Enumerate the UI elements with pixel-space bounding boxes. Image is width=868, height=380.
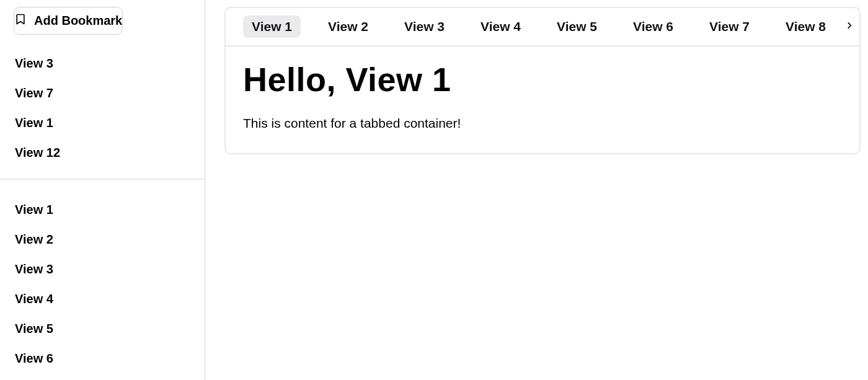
tabbar: View 1 View 2 View 3 View 4 View 5 (226, 8, 859, 45)
sidebar-item-label: View 12 (15, 146, 60, 159)
tab-view-8[interactable]: View 8 (777, 15, 835, 38)
main-area: View 1 View 2 View 3 View 4 View 5 (206, 0, 868, 380)
tab-label: View 3 (404, 19, 445, 33)
tab-label: View 6 (633, 19, 673, 33)
chevron-right-icon (845, 19, 854, 34)
bookmark-icon (14, 12, 27, 30)
sidebar-item[interactable]: View 3 (0, 254, 205, 284)
tab-view-6[interactable]: View 6 (624, 15, 682, 38)
sidebar-item[interactable]: View 1 (0, 195, 205, 224)
sidebar: Add Bookmark View 3 View 7 View 1 View 1… (0, 0, 206, 380)
tab-view-3[interactable]: View 3 (396, 15, 453, 38)
sidebar-item-label: View 4 (15, 292, 53, 306)
sidebar-item-label: View 5 (15, 322, 53, 335)
tab-label: View 2 (328, 19, 368, 33)
sidebar-item[interactable]: View 3 (0, 48, 205, 78)
sidebar-item[interactable]: View 12 (0, 138, 205, 167)
sidebar-item[interactable]: View 7 (0, 373, 205, 380)
sidebar-item[interactable]: View 1 (0, 108, 205, 138)
tab-view-5[interactable]: View 5 (548, 15, 606, 38)
content-body: This is content for a tabbed container! (243, 116, 842, 131)
sidebar-bookmarks-section: View 3 View 7 View 1 View 12 (0, 35, 205, 180)
sidebar-item[interactable]: View 7 (0, 78, 205, 108)
sidebar-item-label: View 3 (15, 262, 53, 276)
add-bookmark-button[interactable]: Add Bookmark (14, 7, 123, 35)
sidebar-item[interactable]: View 4 (0, 284, 205, 314)
tab-label: View 7 (709, 19, 750, 33)
tab-label: View 5 (557, 19, 597, 33)
sidebar-item-label: View 2 (15, 232, 53, 246)
add-bookmark-label: Add Bookmark (34, 14, 122, 28)
tab-view-1[interactable]: View 1 (243, 15, 301, 38)
sidebar-item[interactable]: View 6 (0, 343, 205, 373)
tab-content: Hello, View 1 This is content for a tabb… (226, 46, 859, 153)
tab-label: View 4 (480, 19, 521, 33)
tabbar-wrap: View 1 View 2 View 3 View 4 View 5 (226, 8, 859, 46)
tab-container: View 1 View 2 View 3 View 4 View 5 (224, 7, 861, 154)
content-heading: Hello, View 1 (243, 60, 842, 99)
sidebar-item-label: View 6 (15, 351, 53, 365)
sidebar-item-label: View 1 (15, 203, 53, 216)
sidebar-item-label: View 3 (15, 56, 53, 70)
tab-label: View 1 (252, 19, 292, 33)
tab-view-4[interactable]: View 4 (472, 15, 529, 38)
tab-scroll-right-button[interactable] (843, 16, 856, 37)
sidebar-item[interactable]: View 2 (0, 224, 205, 254)
app-root: Add Bookmark View 3 View 7 View 1 View 1… (0, 0, 868, 380)
tab-view-7[interactable]: View 7 (701, 15, 758, 38)
sidebar-item-label: View 7 (15, 86, 53, 100)
tab-view-2[interactable]: View 2 (319, 15, 377, 38)
sidebar-views-section: View 1 View 2 View 3 View 4 View 5 View … (0, 180, 205, 380)
tab-label: View 8 (786, 19, 826, 33)
sidebar-item[interactable]: View 5 (0, 314, 205, 343)
sidebar-item-label: View 1 (15, 116, 53, 130)
